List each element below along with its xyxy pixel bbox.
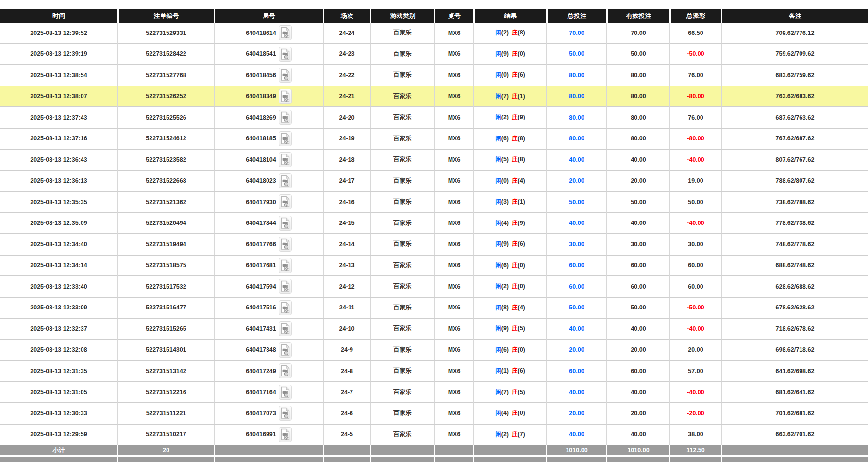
banker-score: (1) [518, 198, 525, 205]
cell-total-bet: 80.00 [546, 107, 606, 129]
table-row[interactable]: 2025-08-13 12:37:16 522731524612 6404181… [0, 129, 868, 150]
player-label: 闲 [495, 389, 501, 395]
cell-round-id: 640416991 [214, 425, 323, 446]
cell-session: 24-20 [323, 107, 370, 129]
cell-time: 2025-08-13 12:34:14 [0, 256, 117, 277]
cell-session: 24-14 [323, 234, 370, 256]
video-film-icon [280, 48, 290, 60]
cell-valid-bet: 50.00 [606, 192, 669, 213]
cell-session: 24-21 [323, 86, 370, 108]
video-replay-button[interactable] [279, 110, 292, 125]
cell-total-bet: 70.00 [546, 23, 606, 44]
video-replay-button[interactable] [279, 89, 292, 104]
cell-bet-id: 522731524612 [117, 129, 214, 150]
cell-payout: 66.50 [669, 23, 721, 44]
subtotal-empty-cell [214, 445, 323, 457]
subtotal-empty-cell [721, 445, 868, 457]
cell-bet-id: 522731521362 [117, 192, 214, 213]
total-row-partial [0, 457, 868, 462]
cell-time: 2025-08-13 12:31:35 [0, 361, 117, 382]
player-label: 闲 [495, 51, 501, 57]
table-row[interactable]: 2025-08-13 12:33:09 522731516477 6404175… [0, 298, 868, 319]
table-row[interactable]: 2025-08-13 12:34:40 522731519494 6404177… [0, 234, 868, 256]
table-row[interactable]: 2025-08-13 12:39:52 522731529331 6404186… [0, 23, 868, 44]
video-replay-button[interactable] [279, 47, 292, 62]
table-row[interactable]: 2025-08-13 12:37:43 522731525526 6404182… [0, 107, 868, 129]
video-replay-button[interactable] [279, 385, 292, 400]
cell-game-type: 百家乐 [370, 150, 434, 171]
round-id-text: 640417348 [246, 346, 276, 353]
banker-label: 庄 [512, 346, 518, 353]
table-row[interactable]: 2025-08-13 12:39:19 522731528422 6404185… [0, 44, 868, 66]
banker-score: (5) [518, 389, 525, 395]
banker-label: 庄 [512, 29, 518, 36]
video-replay-button[interactable] [279, 237, 292, 252]
cell-game-type: 百家乐 [370, 129, 434, 150]
cell-round-id: 640417431 [214, 319, 323, 340]
table-row[interactable]: 2025-08-13 12:33:40 522731517532 6404175… [0, 276, 868, 298]
video-replay-button[interactable] [279, 406, 292, 421]
video-replay-button[interactable] [279, 152, 292, 167]
cell-table-no: MX6 [434, 44, 473, 66]
table-row[interactable]: 2025-08-13 12:38:07 522731526252 6404183… [0, 86, 868, 108]
banker-score: (4) [518, 304, 525, 311]
banker-label: 庄 [512, 220, 518, 226]
player-score: (0) [501, 71, 509, 78]
video-replay-button[interactable] [279, 300, 292, 315]
table-row[interactable]: 2025-08-13 12:32:37 522731515265 6404174… [0, 319, 868, 340]
cell-bet-id: 522731529331 [117, 23, 214, 44]
table-row[interactable]: 2025-08-13 12:35:35 522731521362 6404179… [0, 192, 868, 213]
cell-result: 闲(6)庄(8) [473, 129, 546, 150]
cell-round-id: 640417681 [214, 256, 323, 277]
player-label: 闲 [495, 325, 501, 332]
video-replay-button[interactable] [279, 258, 292, 273]
cell-table-no: MX6 [434, 234, 473, 256]
table-row[interactable]: 2025-08-13 12:30:33 522731511221 6404170… [0, 403, 868, 425]
video-replay-button[interactable] [279, 321, 292, 336]
cell-payout: 60.00 [669, 276, 721, 298]
video-replay-button[interactable] [279, 363, 292, 378]
cell-total-bet: 40.00 [546, 425, 606, 446]
table-row[interactable]: 2025-08-13 12:31:05 522731512216 6404171… [0, 382, 868, 404]
banker-score: (5) [518, 325, 525, 332]
player-label: 闲 [495, 114, 501, 120]
cell-valid-bet: 80.00 [606, 86, 669, 108]
video-replay-button[interactable] [279, 68, 292, 83]
cell-round-id: 640418541 [214, 44, 323, 66]
cell-remark: 748.62/778.62 [721, 234, 868, 256]
cell-bet-id: 522731523582 [117, 150, 214, 171]
table-row[interactable]: 2025-08-13 12:36:43 522731523582 6404181… [0, 150, 868, 171]
table-row[interactable]: 2025-08-13 12:38:54 522731527768 6404184… [0, 65, 868, 86]
round-id-text: 640417073 [246, 410, 276, 417]
top-strip [0, 0, 868, 9]
cell-valid-bet: 80.00 [606, 65, 669, 86]
video-replay-button[interactable] [279, 427, 292, 442]
table-row[interactable]: 2025-08-13 12:31:35 522731513142 6404172… [0, 361, 868, 382]
cell-time: 2025-08-13 12:39:19 [0, 44, 117, 66]
player-label: 闲 [495, 93, 501, 100]
video-replay-button[interactable] [279, 194, 292, 209]
cell-table-no: MX6 [434, 150, 473, 171]
table-row[interactable]: 2025-08-13 12:34:14 522731518575 6404176… [0, 256, 868, 277]
cell-round-id: 640417594 [214, 276, 323, 298]
video-replay-button[interactable] [279, 25, 292, 40]
video-replay-button[interactable] [279, 342, 292, 358]
cell-session: 24-9 [323, 340, 370, 361]
subtotal-count: 20 [117, 445, 214, 457]
cell-remark: 681.62/641.62 [721, 382, 868, 404]
video-film-icon [280, 323, 290, 335]
banker-label: 庄 [512, 177, 518, 184]
video-film-icon [280, 69, 290, 81]
video-replay-button[interactable] [279, 279, 292, 294]
bet-records-table: 时间 注单编号 局号 场次 游戏类别 桌号 结果 总投注 有效投注 总派彩 备注… [0, 9, 868, 462]
table-row[interactable]: 2025-08-13 12:36:13 522731522668 6404180… [0, 171, 868, 192]
video-replay-button[interactable] [279, 173, 292, 188]
video-replay-button[interactable] [279, 131, 292, 146]
player-score: (2) [501, 283, 509, 290]
table-row[interactable]: 2025-08-13 12:32:08 522731514301 6404173… [0, 340, 868, 361]
cell-payout: -50.00 [669, 44, 721, 66]
table-row[interactable]: 2025-08-13 12:35:09 522731520494 6404178… [0, 213, 868, 235]
table-row[interactable]: 2025-08-13 12:29:59 522731510217 6404169… [0, 425, 868, 446]
cell-game-type: 百家乐 [370, 65, 434, 86]
video-replay-button[interactable] [279, 216, 292, 231]
